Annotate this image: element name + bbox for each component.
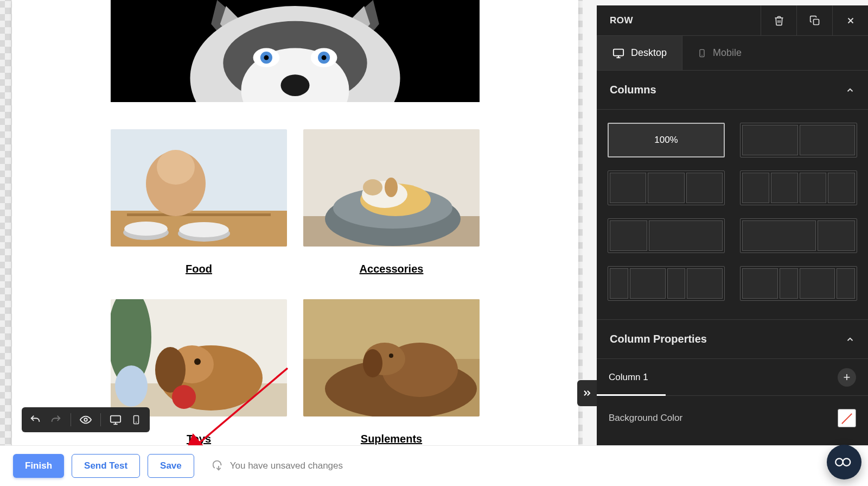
svg-point-30 [363, 179, 382, 195]
svg-point-13 [322, 55, 327, 60]
layout-2col[interactable] [740, 123, 857, 157]
chat-icon [834, 456, 854, 469]
tab-mobile-label: Mobile [713, 47, 742, 59]
expand-sidebar-button[interactable] [577, 380, 597, 406]
category-link-toys[interactable]: Toys [187, 433, 211, 445]
column-layout-grid: 100% [597, 110, 868, 320]
svg-point-46 [363, 349, 382, 377]
svg-point-35 [115, 365, 148, 407]
layout-4col[interactable] [740, 171, 857, 205]
svg-point-39 [194, 358, 201, 365]
column-tabs: Column 1 + [597, 359, 868, 396]
svg-point-21 [124, 222, 168, 236]
category-grid: Food Accessories [111, 129, 480, 445]
prop-background-color: Background Color [597, 396, 868, 427]
svg-rect-58 [614, 49, 623, 55]
svg-rect-55 [813, 19, 819, 24]
section-columns-header[interactable]: Columns [597, 71, 868, 110]
layout-3col[interactable] [608, 171, 725, 205]
finish-button[interactable]: Finish [13, 454, 64, 478]
bg-color-swatch[interactable] [838, 409, 856, 427]
section-column-props-header[interactable]: Column Properties [597, 320, 868, 359]
preview-icon[interactable] [80, 414, 92, 426]
layout-1-2-1-2[interactable] [608, 266, 725, 301]
save-button[interactable]: Save [148, 454, 194, 478]
email-body[interactable]: Food Accessories [12, 0, 578, 445]
layout-1col[interactable]: 100% [608, 123, 725, 157]
category-image [303, 129, 480, 247]
category-card-food[interactable]: Food [111, 129, 287, 299]
close-sidebar-button[interactable] [832, 5, 868, 36]
svg-point-14 [280, 74, 309, 96]
hero-image[interactable] [111, 0, 480, 102]
category-image [111, 129, 287, 247]
category-image [111, 299, 287, 416]
svg-point-19 [157, 150, 195, 185]
duplicate-row-button[interactable] [796, 5, 832, 36]
bg-color-label: Background Color [609, 413, 682, 424]
svg-point-31 [385, 178, 398, 197]
svg-point-48 [84, 418, 87, 421]
cloud-icon [213, 460, 225, 472]
tab-desktop-label: Desktop [631, 47, 667, 59]
redo-icon [50, 414, 62, 426]
undo-icon[interactable] [29, 414, 41, 426]
category-card-accessories[interactable]: Accessories [303, 129, 480, 299]
properties-sidebar: ROW Desktop Mobile Columns [597, 5, 868, 445]
category-link-supplements[interactable]: Suplements [361, 433, 422, 445]
svg-rect-49 [111, 416, 120, 422]
svg-point-64 [843, 458, 851, 466]
delete-row-button[interactable] [761, 5, 796, 36]
svg-point-23 [179, 222, 229, 237]
sidebar-title: ROW [610, 15, 761, 26]
section-columns-label: Columns [610, 84, 656, 96]
chevron-up-icon [845, 334, 855, 344]
svg-point-63 [835, 458, 843, 466]
layout-2-1[interactable] [740, 218, 857, 253]
column-tab-1[interactable]: Column 1 [609, 359, 650, 395]
canvas-toolbar [22, 407, 150, 432]
category-link-accessories[interactable]: Accessories [360, 263, 424, 275]
tab-desktop[interactable]: Desktop [597, 36, 682, 70]
svg-rect-17 [127, 213, 271, 216]
category-card-supplements[interactable]: Suplements [303, 299, 480, 445]
bottom-action-bar: Finish Send Test Save You have unsaved c… [0, 445, 868, 486]
layout-2-1-2-1[interactable] [740, 266, 857, 301]
editor-canvas[interactable]: Food Accessories [0, 0, 583, 445]
svg-point-12 [264, 55, 269, 60]
category-image [303, 299, 480, 416]
sidebar-header: ROW [597, 5, 868, 36]
svg-point-47 [389, 354, 393, 358]
chevron-up-icon [845, 85, 855, 95]
category-link-food[interactable]: Food [186, 263, 212, 275]
svg-point-40 [172, 385, 196, 409]
desktop-view-icon[interactable] [110, 414, 122, 426]
unsaved-indicator: You have unsaved changes [213, 460, 343, 472]
device-tabs: Desktop Mobile [597, 36, 868, 71]
unsaved-text: You have unsaved changes [230, 460, 343, 471]
tab-mobile[interactable]: Mobile [682, 36, 757, 70]
mobile-view-icon[interactable] [130, 414, 142, 426]
help-fab[interactable] [827, 445, 861, 479]
add-column-button[interactable]: + [838, 368, 856, 387]
send-test-button[interactable]: Send Test [72, 454, 140, 478]
layout-1-2[interactable] [608, 218, 725, 253]
section-column-props-label: Column Properties [610, 333, 707, 345]
